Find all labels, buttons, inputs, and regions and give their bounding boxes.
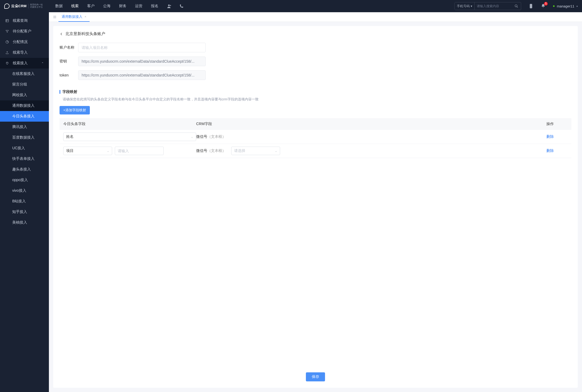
- brand-subtitle: 教育机构一站式服务云平台: [28, 4, 43, 8]
- sidebar-sub-qutoutiao[interactable]: 趣头条接入: [0, 164, 49, 175]
- logo-icon: [4, 3, 10, 9]
- sidebar-sub-message-group[interactable]: 留言分组: [0, 79, 49, 90]
- chevron-up-icon: ⌃: [41, 62, 44, 65]
- phone-icon[interactable]: [179, 4, 184, 8]
- section-description: 请确保您在此填写的头条自定义字段名称与在今日头条平台中自定义的字段名称一致，并且…: [60, 97, 571, 102]
- sidebar-item-label: 线索导入: [13, 50, 28, 55]
- sidebar-sub-bilibili[interactable]: B站接入: [0, 196, 49, 207]
- sidebar-item-lead-import[interactable]: 线索导入: [0, 47, 49, 58]
- crm-field-select[interactable]: 请选择 ⌄: [231, 147, 280, 155]
- token-input[interactable]: [78, 70, 206, 80]
- toutiao-field-select[interactable]: 项目 ⌄: [63, 147, 112, 155]
- table-row: 项目 ⌄ 微信号（文本框） 请选择 ⌄: [60, 144, 571, 158]
- top-nav: 数据 线索 客户 公海 财务 运营 报名: [55, 4, 158, 8]
- plug-icon: [5, 61, 9, 65]
- mobile-icon[interactable]: [529, 4, 533, 8]
- tab-generic-data[interactable]: 通用数据接入 ×: [58, 12, 90, 22]
- nav-leads[interactable]: 线索: [71, 4, 79, 8]
- logo[interactable]: 云朵CRM 教育机构一站式服务云平台: [4, 3, 49, 9]
- nav-finance[interactable]: 财务: [119, 4, 126, 8]
- top-header: 云朵CRM 教育机构一站式服务云平台 数据 线索 客户 公海 财务 运营 报名 …: [0, 0, 582, 12]
- chevron-left-icon: [60, 32, 63, 36]
- toutiao-field-extra-input[interactable]: [115, 147, 164, 155]
- select-value: 姓名: [66, 134, 74, 139]
- nav-customers[interactable]: 客户: [87, 4, 95, 8]
- sidebar-item-allocation[interactable]: 分配情况: [0, 37, 49, 47]
- sidebar-toggle[interactable]: [51, 13, 58, 21]
- sidebar-sub-vivo[interactable]: vivo接入: [0, 185, 49, 196]
- sidebar-item-lead-search[interactable]: 线索查询: [0, 15, 49, 26]
- nav-ops[interactable]: 运营: [135, 4, 142, 8]
- search-icon: [514, 4, 518, 8]
- nav-data[interactable]: 数据: [55, 4, 63, 8]
- search-button[interactable]: [512, 2, 521, 10]
- top-icons: [167, 4, 184, 8]
- chevron-down-icon: ▾: [576, 5, 578, 8]
- col-action: 操作: [546, 122, 568, 126]
- token-label: token: [60, 73, 78, 77]
- chevron-down-icon: ⌄: [275, 149, 277, 153]
- sidebar-sub-uc[interactable]: UC接入: [0, 143, 49, 154]
- form-row-token: token: [60, 70, 571, 80]
- notif-badge: 5: [544, 2, 548, 6]
- svg-point-3: [531, 7, 531, 8]
- search-input[interactable]: [475, 2, 512, 10]
- secret-label: 密钥: [60, 59, 78, 64]
- sidebar-sub-zhihu[interactable]: 知乎接入: [0, 207, 49, 217]
- sidebar: 线索查询 待分配客户 分配情况 线索导入 线索接入 ⌃ 在线客服接入 留言分组 …: [0, 12, 49, 392]
- sidebar-item-label: 线索查询: [13, 18, 28, 23]
- sidebar-item-label: 线索接入: [13, 61, 28, 66]
- status-dot: [553, 5, 555, 7]
- select-placeholder: 请选择: [234, 148, 245, 153]
- sidebar-item-pending-customers[interactable]: 待分配客户: [0, 26, 49, 37]
- search-box: 手机号码 ▾: [454, 2, 521, 10]
- header-right: 5 manager11 ▾: [529, 3, 578, 9]
- sidebar-item-label: 待分配客户: [13, 29, 31, 34]
- chevron-down-icon: ▾: [471, 4, 472, 8]
- panel: 北京昱新科技头条账户 账户名称 密钥 token 字段映射: [53, 26, 578, 388]
- sidebar-sub-kuaishou[interactable]: 快手表单接入: [0, 154, 49, 164]
- add-field-mapping-button[interactable]: +添加字段映射: [60, 106, 90, 114]
- field-mapping-table: 今日头条字段 CRM字段 操作 姓名 ⌄: [60, 118, 571, 172]
- content: 北京昱新科技头条账户 账户名称 密钥 token 字段映射: [49, 22, 582, 392]
- toutiao-field-select[interactable]: 姓名 ⌄: [63, 133, 196, 141]
- account-name-input[interactable]: [78, 43, 206, 52]
- user-menu[interactable]: manager11 ▾: [553, 4, 578, 8]
- sidebar-sub-generic-data[interactable]: 通用数据接入: [0, 100, 49, 111]
- pie-icon: [5, 40, 9, 44]
- save-button[interactable]: 保存: [306, 372, 325, 381]
- section-title-text: 字段映射: [62, 90, 77, 94]
- chevron-down-icon: ⌄: [107, 149, 109, 153]
- form-row-secret: 密钥: [60, 57, 571, 66]
- nav-pool[interactable]: 公海: [103, 4, 111, 8]
- main-area: 通用数据接入 × 北京昱新科技头条账户 账户名称 密钥 to: [49, 12, 582, 392]
- footer-bar: 保存: [60, 368, 571, 382]
- col-toutiao-field: 今日头条字段: [63, 122, 196, 126]
- breadcrumb-back[interactable]: 北京昱新科技头条账户: [60, 31, 571, 36]
- select-value: 项目: [66, 148, 74, 153]
- search-type-select[interactable]: 手机号码 ▾: [455, 2, 475, 10]
- delete-row-link[interactable]: 删除: [546, 148, 554, 153]
- sidebar-sub-meiyou[interactable]: 美柚接入: [0, 217, 49, 228]
- list-icon: [5, 19, 9, 23]
- sidebar-sub-baidu[interactable]: 百度数据接入: [0, 132, 49, 143]
- sidebar-item-lead-integration[interactable]: 线索接入 ⌃: [0, 58, 49, 69]
- close-icon[interactable]: ×: [85, 15, 86, 19]
- nav-enroll[interactable]: 报名: [151, 4, 158, 8]
- sidebar-sub-oppo[interactable]: oppo接入: [0, 175, 49, 185]
- sidebar-sub-tencent[interactable]: 腾讯接入: [0, 122, 49, 132]
- sidebar-sub-school[interactable]: 网校接入: [0, 90, 49, 100]
- user-add-icon[interactable]: [167, 4, 172, 8]
- notifications[interactable]: 5: [541, 3, 546, 9]
- upload-icon: [5, 51, 9, 54]
- sidebar-sub-toutiao[interactable]: 今日头条接入: [0, 111, 49, 122]
- table-header: 今日头条字段 CRM字段 操作: [60, 118, 571, 130]
- filter-icon: [5, 29, 9, 33]
- crm-field-label: 微信号（文本框）: [196, 148, 226, 153]
- col-crm-field: CRM字段: [196, 122, 546, 126]
- table-row: 姓名 ⌄ 微信号（文本框） 删除: [60, 130, 571, 144]
- secret-input[interactable]: [78, 57, 206, 66]
- delete-row-link[interactable]: 删除: [546, 134, 554, 139]
- chevron-down-icon: ⌄: [191, 135, 193, 139]
- sidebar-sub-online-service[interactable]: 在线客服接入: [0, 69, 49, 79]
